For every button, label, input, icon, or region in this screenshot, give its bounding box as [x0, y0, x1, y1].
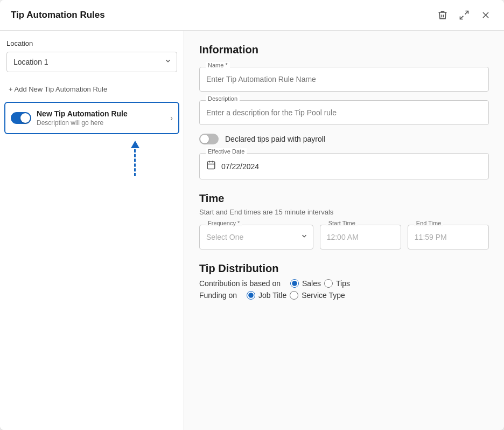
modal-header: Tip Automation Rules — [0, 0, 504, 31]
contribution-tips-label: Tips — [336, 279, 350, 288]
close-button[interactable] — [478, 8, 493, 23]
declared-tips-row: Declared tips paid with payroll — [199, 134, 489, 144]
rule-name: New Tip Automation Rule — [37, 109, 166, 118]
contribution-sales-label: Sales — [302, 279, 321, 288]
main-content: Information Name * Description Declared … — [184, 31, 504, 430]
modal-body: Location Location 1 Location 2 + Add New… — [0, 31, 504, 430]
information-title: Information — [199, 44, 489, 56]
funding-jobtitle-option[interactable]: Job Title — [247, 291, 286, 300]
calendar-icon — [206, 160, 216, 172]
svg-line-1 — [460, 16, 464, 19]
modal-title: Tip Automation Rules — [11, 10, 105, 20]
add-rule-button[interactable]: + Add New Tip Automation Rule — [0, 81, 184, 98]
frequency-label: Frequency * — [206, 220, 242, 226]
dashed-line — [134, 149, 136, 176]
modal-container: Tip Automation Rules Locat — [0, 0, 504, 430]
desc-label: Description — [206, 95, 240, 102]
start-time-input[interactable] — [320, 225, 401, 249]
end-time-field-group: End Time — [408, 225, 489, 249]
contribution-row: Contribution is based on Sales Tips — [199, 279, 489, 288]
rule-item[interactable]: New Tip Automation Rule Description will… — [4, 102, 179, 134]
contribution-label: Contribution is based on — [199, 279, 281, 288]
tip-distribution-section: Tip Distribution Contribution is based o… — [199, 262, 489, 300]
effective-date-field-group: Effective Date 07/22/2024 — [199, 153, 489, 179]
tip-dist-title: Tip Distribution — [199, 262, 489, 275]
desc-input[interactable] — [199, 100, 489, 125]
funding-servicetype-label: Service Type — [302, 291, 345, 300]
rule-chevron-icon: › — [170, 114, 173, 122]
location-select-wrapper: Location 1 Location 2 — [6, 52, 177, 72]
funding-servicetype-option[interactable]: Service Type — [290, 291, 345, 300]
add-rule-label: + Add New Tip Automation Rule — [9, 85, 107, 93]
effective-date-label: Effective Date — [206, 148, 247, 155]
svg-rect-4 — [207, 162, 215, 169]
name-field-group: Name * — [199, 67, 489, 92]
end-time-label: End Time — [414, 220, 443, 226]
arrow-head-icon — [131, 141, 139, 148]
date-field[interactable]: 07/22/2024 — [199, 153, 489, 179]
funding-jobtitle-label: Job Title — [258, 291, 286, 300]
desc-field-group: Description — [199, 100, 489, 125]
arrow-indicator — [86, 134, 184, 176]
contribution-tips-radio[interactable] — [324, 279, 333, 288]
time-title: Time — [199, 192, 489, 205]
declared-tips-toggle[interactable] — [199, 134, 219, 144]
declared-tips-label: Declared tips paid with payroll — [225, 135, 325, 143]
rule-description: Description will go here — [37, 119, 166, 127]
funding-row: Funding on Job Title Service Type — [199, 291, 489, 300]
expand-button[interactable] — [457, 8, 472, 23]
name-label: Name * — [206, 62, 230, 68]
location-label: Location — [6, 39, 177, 47]
end-time-input[interactable] — [408, 225, 489, 249]
rule-item-content: New Tip Automation Rule Description will… — [37, 109, 166, 127]
funding-servicetype-radio[interactable] — [290, 291, 298, 300]
svg-line-0 — [465, 11, 468, 15]
funding-jobtitle-radio[interactable] — [247, 291, 255, 300]
frequency-select-wrapper: Select One Daily Weekly Bi-Weekly — [199, 225, 313, 249]
contribution-tips-option[interactable]: Tips — [324, 279, 350, 288]
contribution-sales-option[interactable]: Sales — [290, 279, 321, 288]
start-time-field-group: Start Time — [320, 225, 401, 249]
frequency-select[interactable]: Select One Daily Weekly Bi-Weekly — [199, 225, 313, 249]
frequency-field-group: Frequency * Select One Daily Weekly Bi-W… — [199, 225, 313, 249]
sidebar: Location Location 1 Location 2 + Add New… — [0, 31, 184, 430]
effective-date-value: 07/22/2024 — [221, 162, 259, 171]
header-actions — [435, 8, 493, 23]
location-section: Location Location 1 Location 2 — [0, 39, 184, 81]
rule-toggle[interactable] — [11, 112, 31, 124]
time-hint: Start and End times are 15 minute interv… — [199, 208, 489, 216]
time-row: Frequency * Select One Daily Weekly Bi-W… — [199, 225, 489, 249]
contribution-sales-radio[interactable] — [290, 279, 299, 288]
information-section: Information Name * Description Declared … — [199, 44, 489, 179]
funding-label: Funding on — [199, 291, 237, 300]
location-select[interactable]: Location 1 Location 2 — [6, 52, 177, 72]
name-input[interactable] — [199, 67, 489, 92]
start-time-label: Start Time — [326, 220, 358, 226]
delete-button[interactable] — [435, 8, 450, 23]
time-section: Time Start and End times are 15 minute i… — [199, 192, 489, 249]
